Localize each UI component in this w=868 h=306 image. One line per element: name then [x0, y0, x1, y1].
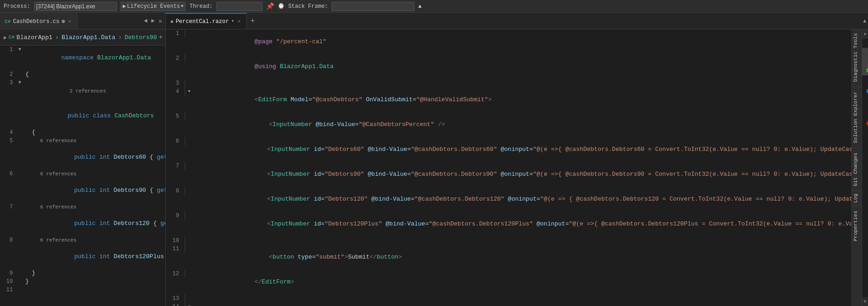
cs-icon: C#	[5, 19, 11, 24]
scroll-down[interactable]: ▼	[862, 297, 868, 306]
razor-icon: ◆	[170, 18, 174, 24]
code-line-2: 2 {	[0, 70, 165, 79]
lifecycle-dropdown-icon: ▼	[181, 4, 183, 9]
editor-line-14: 14 ▼ @code {	[166, 303, 851, 306]
right-tab-dot: •	[231, 18, 234, 25]
editor-line-3: 3	[166, 79, 851, 87]
code-line-6: public int Debtors90 { get	[0, 178, 165, 203]
stack-frame-label: Stack Frame:	[288, 3, 328, 10]
code-line-9: 9 }	[0, 269, 165, 277]
cs-file-icon: C#	[9, 35, 15, 40]
editor-panel: 1 @page "/percent-cal" 2 @using BlazorAp…	[166, 29, 851, 306]
right-scroll-up[interactable]: ▲	[863, 17, 868, 24]
scroll-indicator[interactable]: ▲ ▼	[862, 29, 868, 306]
lifecycle-icon: ▶	[123, 3, 126, 10]
code-line-7: public int Debtors120 { ge	[0, 211, 165, 236]
properties-panel[interactable]: Properties	[852, 207, 862, 245]
watch-icon[interactable]: ⌚	[278, 3, 285, 10]
add-button[interactable]: +	[159, 34, 163, 41]
editor-line-7: 7 <InputNumber id="Debtors90" @bind-Valu…	[166, 162, 851, 187]
code-line-1: 1 ▼ namespace BlazorApp1.Data	[0, 46, 165, 70]
code-line-3b: ▼ public class CashDebtors	[0, 104, 165, 128]
main-layout: ▶ C# BlazorApp1 › BlazorApp1.Data › Debt…	[0, 29, 868, 306]
fold-icon-3[interactable]: ▼	[18, 79, 21, 87]
collapse-sidebar[interactable]: ▶	[4, 35, 7, 40]
fold-line-4[interactable]: ▼	[188, 87, 190, 96]
pin-icon[interactable]: 📌	[266, 2, 274, 10]
code-line-3: 3 ▼ 2 references	[0, 79, 165, 104]
panel-divider-2	[852, 148, 862, 148]
code-line-10: 10 }	[0, 277, 165, 286]
add-tab-button[interactable]: +	[249, 17, 257, 25]
code-line-6refs: 6 6 references	[0, 170, 165, 178]
sidebar-header: ▶ C# BlazorApp1 › BlazorApp1.Data › Debt…	[0, 29, 165, 46]
left-panel-nav: ◄ ► ✕	[143, 17, 165, 26]
right-tab[interactable]: ◆ PercentCal.razor • ×	[166, 13, 247, 29]
left-tab-dot	[62, 20, 65, 23]
scroll-up[interactable]: ▲	[862, 29, 868, 39]
class-name[interactable]: Debtors90	[125, 34, 157, 41]
editor-line-8: 8 <InputNumber id="Debtors120" @bind-Val…	[166, 187, 851, 212]
process-label: Process:	[4, 3, 30, 10]
process-input[interactable]	[34, 2, 117, 11]
tab-bar: C# CashDebtors.cs × ◄ ► ✕ ◆ PercentCal.r…	[0, 13, 868, 29]
editor-line-11: 11 <button type="submit">Submit</button>	[166, 245, 851, 270]
left-tab-filename: CashDebtors.cs	[13, 18, 59, 25]
editor-line-13: 13	[166, 294, 851, 303]
panel-divider-4	[852, 206, 862, 206]
left-nav-left[interactable]: ◄	[143, 17, 149, 26]
code-line-8refs: 8 6 references	[0, 236, 165, 244]
code-line-8: public int Debtors120Plus	[0, 244, 165, 269]
editor-line-4: 4 ▼ <EditForm Model="@cashDebtors" OnVal…	[166, 87, 851, 112]
sidebar-panel: ▶ C# BlazorApp1 › BlazorApp1.Data › Debt…	[0, 29, 166, 306]
namespace-path[interactable]: BlazorApp1.Data	[62, 34, 116, 41]
collapse-icon[interactable]: ▲	[418, 3, 421, 10]
scroll-up-icon: ▲	[864, 32, 866, 36]
panel-divider-1	[852, 87, 862, 87]
code-line-4: 4 {	[0, 128, 165, 137]
editor-content[interactable]: 1 @page "/percent-cal" 2 @using BlazorAp…	[166, 29, 851, 306]
editor-line-6: 6 <InputNumber id="Debtors60" @bind-Valu…	[166, 137, 851, 162]
editor-line-1: 1 @page "/percent-cal"	[166, 29, 851, 54]
panel-divider-3	[852, 191, 862, 191]
right-tab-filename: PercentCal.razor	[176, 18, 229, 25]
fold-icon-1[interactable]: ▼	[18, 46, 21, 54]
left-tab-area: C# CashDebtors.cs × ◄ ► ✕	[0, 13, 166, 29]
left-tab-close[interactable]: ×	[67, 18, 72, 25]
thread-label: Thread:	[189, 3, 212, 10]
git-changes-panel[interactable]: Git Changes	[852, 149, 862, 190]
code-line-5refs: 5 6 references	[0, 137, 165, 145]
editor-code: 1 @page "/percent-cal" 2 @using BlazorAp…	[166, 29, 851, 306]
right-tab-area: ◆ PercentCal.razor • × + ▲	[166, 13, 868, 29]
solution-explorer-panel[interactable]: Solution Explorer	[852, 88, 862, 147]
code-line-7refs: 7 6 references	[0, 203, 165, 211]
log-panel[interactable]: Log	[852, 192, 862, 205]
left-nav-right[interactable]: ►	[150, 17, 156, 26]
thread-input[interactable]	[216, 2, 262, 11]
editor-line-5: 5 <InputNumber @bind-Value="@CashDebtors…	[166, 112, 851, 137]
diagnostic-tools-panel[interactable]: Diagnostic Tools	[852, 29, 862, 86]
left-code-panel: 1 ▼ namespace BlazorApp1.Data 2 { 3	[0, 46, 165, 306]
editor-line-12: 12 </EditForm>	[166, 270, 851, 294]
code-line-5: public int Debtors60 { get	[0, 145, 165, 170]
stack-frame-input[interactable]	[332, 2, 414, 11]
toolbar: Process: ▶ Lifecycle Events ▼ Thread: 📌 …	[0, 0, 868, 13]
lifecycle-button[interactable]: ▶ Lifecycle Events ▼	[121, 2, 186, 11]
project-name[interactable]: BlazorApp1	[17, 34, 52, 41]
left-tab[interactable]: C# CashDebtors.cs ×	[0, 13, 77, 29]
editor-line-10: 10	[166, 237, 851, 245]
fold-line-14[interactable]: ▼	[188, 303, 190, 306]
right-sidebar: Diagnostic Tools Solution Explorer Git C…	[851, 29, 862, 306]
editor-line-9: 9 <InputNumber id="Debtors120Plus" @bind…	[166, 212, 851, 237]
scroll-down-icon: ▼	[864, 300, 866, 304]
right-tab-close[interactable]: ×	[237, 18, 242, 25]
left-nav-close[interactable]: ✕	[157, 17, 163, 26]
editor-line-2: 2 @using BlazorApp1.Data	[166, 54, 851, 79]
code-line-11: 11	[0, 286, 165, 294]
